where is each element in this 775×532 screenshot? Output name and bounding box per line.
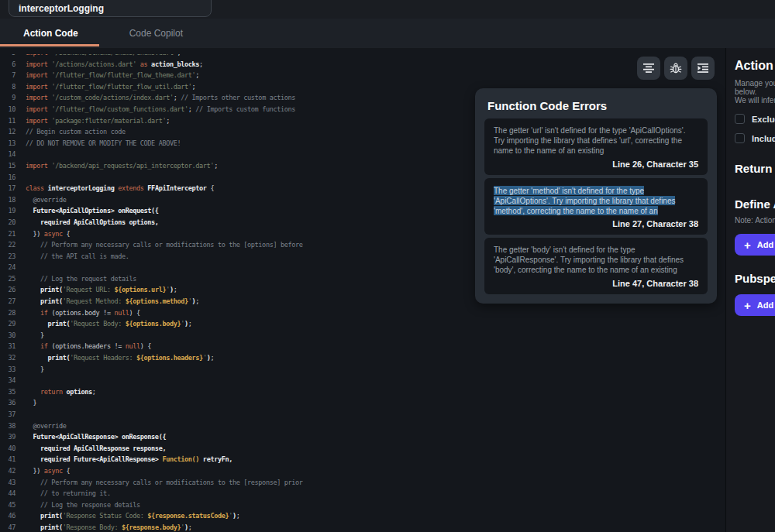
action-name-input[interactable] (9, 0, 212, 17)
code-line[interactable]: 32 print('Request Headers: ${options.hea… (0, 352, 725, 364)
code-line[interactable]: 31 if (options.headers != null) { (0, 341, 725, 352)
code-text: print('Response Body: ${response.body}')… (26, 522, 192, 532)
code-text: import '/custom_code/actions/index.dart'… (26, 92, 295, 104)
line-number: 47 (0, 522, 16, 532)
code-text: import '/flutter_flow/flutter_flow_theme… (26, 70, 199, 81)
error-card[interactable]: The getter 'method' isn't defined for th… (484, 178, 708, 235)
code-line[interactable]: 47 print('Response Body: ${response.body… (0, 522, 725, 532)
include-buildcontext-checkbox[interactable] (735, 133, 745, 143)
add-argument-label: Add Argument (757, 240, 775, 249)
line-number: 44 (0, 488, 16, 499)
code-text: required ApiCallOptions options, (26, 217, 159, 228)
line-number: 36 (0, 397, 16, 409)
error-location: Line 26, Character 35 (494, 160, 698, 169)
code-line[interactable]: 34 (0, 375, 725, 386)
line-number: 37 (0, 409, 16, 420)
line-number: 28 (0, 307, 16, 319)
error-list: The getter 'url' isn't defined for the t… (484, 118, 708, 294)
description-line: We will infer argument types. (735, 96, 775, 105)
format-align-icon (642, 62, 655, 74)
code-line[interactable]: 43 // Perform any necessary calls or mod… (0, 477, 725, 489)
code-line[interactable]: 46 print('Response Status Code: ${respon… (0, 510, 725, 522)
line-number: 38 (0, 420, 16, 432)
exclude-from-compilation-checkbox[interactable] (735, 114, 745, 124)
code-text: } (26, 397, 36, 409)
code-text: // Log the request details (26, 273, 136, 285)
add-argument-button[interactable]: + Add Argument (735, 234, 775, 256)
code-line[interactable]: 33 } (0, 364, 725, 376)
description-line: Manage your action code (735, 79, 775, 88)
line-number: 12 (0, 126, 16, 138)
code-line[interactable]: 37 (0, 409, 725, 420)
line-number: 33 (0, 364, 16, 376)
error-message: The getter 'body' isn't defined for the … (494, 245, 698, 275)
active-tab-underline (0, 44, 99, 46)
main-area: 5import '/backend/schema/enums/enums.dar… (0, 48, 775, 532)
define-arguments-heading: Define Arguments (735, 197, 775, 211)
line-number: 11 (0, 115, 16, 127)
code-text: class interceptorLogging extends FFApiIn… (26, 183, 214, 194)
code-editor[interactable]: 5import '/backend/schema/enums/enums.dar… (0, 48, 725, 532)
code-line[interactable]: 36 } (0, 397, 725, 409)
line-number: 13 (0, 138, 16, 149)
code-line[interactable]: 41 required Future<ApiCallResponse> Func… (0, 454, 725, 465)
code-text: return options; (26, 386, 96, 398)
line-number: 24 (0, 262, 16, 273)
format-code-button[interactable] (637, 57, 660, 80)
tab-action-code[interactable]: Action Code (23, 28, 78, 39)
code-text: // Begin custom action code (26, 126, 126, 138)
add-dependency-button[interactable]: + Add Dependency (735, 294, 775, 316)
indent-code-button[interactable] (691, 57, 715, 80)
code-line[interactable]: 6import '/actions/actions.dart' as actio… (0, 59, 725, 70)
tab-code-copilot[interactable]: Code Copilot (129, 28, 183, 39)
error-panel-title: Function Code Errors (487, 99, 708, 112)
line-number: 19 (0, 205, 16, 217)
code-text: import 'package:flutter/material.dart'; (26, 115, 170, 127)
error-card[interactable]: The getter 'url' isn't defined for the t… (484, 118, 708, 175)
line-number: 7 (0, 70, 16, 81)
arguments-note: Note: Action arguments are listed below. (735, 216, 775, 225)
code-line[interactable]: 35 return options; (0, 386, 725, 398)
description-line: below. (735, 88, 775, 96)
code-text: // Perform any necessary calls or modifi… (26, 477, 303, 489)
code-text: if (options.body != null) { (26, 307, 140, 319)
code-text: // Perform any necessary calls or modifi… (26, 239, 303, 251)
code-text: print('Request Headers: ${options.header… (26, 352, 214, 364)
code-line[interactable]: 38 @override (0, 420, 725, 432)
line-number: 8 (0, 81, 16, 93)
code-line[interactable]: 29 print('Request Body: ${options.body}'… (0, 318, 725, 330)
line-number: 23 (0, 251, 16, 263)
code-line[interactable]: 44 // to returning it. (0, 488, 725, 499)
code-line[interactable]: 7import '/flutter_flow/flutter_flow_them… (0, 70, 725, 81)
line-number: 41 (0, 454, 16, 465)
code-line[interactable]: 28 if (options.body != null) { (0, 307, 725, 319)
code-text: }) async { (26, 228, 70, 240)
line-number: 40 (0, 443, 16, 455)
return-value-heading: Return Value (735, 162, 775, 175)
code-text: required Future<ApiCallResponse> Functio… (26, 454, 232, 465)
line-number: 29 (0, 318, 16, 330)
line-number: 16 (0, 172, 16, 184)
line-number: 18 (0, 194, 16, 206)
line-number: 34 (0, 375, 16, 386)
error-location: Line 27, Character 38 (494, 219, 698, 228)
code-line[interactable]: 39 Future<ApiCallResponse> onResponse({ (0, 431, 725, 443)
line-number: 30 (0, 330, 16, 342)
action-section-description: Manage your action code below. We will i… (735, 79, 775, 105)
code-text: import '/flutter_flow/flutter_flow_util.… (26, 81, 195, 93)
code-line[interactable]: 42 }) async { (0, 465, 725, 477)
code-text: print('Response Status Code: ${response.… (26, 510, 240, 522)
indent-icon (697, 62, 709, 74)
error-card[interactable]: The getter 'body' isn't defined for the … (484, 238, 708, 294)
exclude-from-compilation-row: Exclude from compilation (735, 114, 775, 124)
code-text: Future<ApiCallResponse> onResponse({ (26, 431, 166, 443)
exclude-from-compilation-label: Exclude from compilation (752, 115, 775, 124)
code-text: print('Request URL: ${options.url}'); (26, 284, 177, 296)
code-line[interactable]: 30 } (0, 330, 725, 342)
debug-button[interactable] (664, 57, 687, 80)
code-line[interactable]: 40 required ApiCallResponse response, (0, 443, 725, 455)
line-number: 31 (0, 341, 16, 352)
include-buildcontext-label: Include BuildContext (752, 134, 775, 143)
code-line[interactable]: 45 // Log the response details (0, 499, 725, 511)
code-text: import '/backend/api_requests/api_interc… (26, 160, 218, 172)
